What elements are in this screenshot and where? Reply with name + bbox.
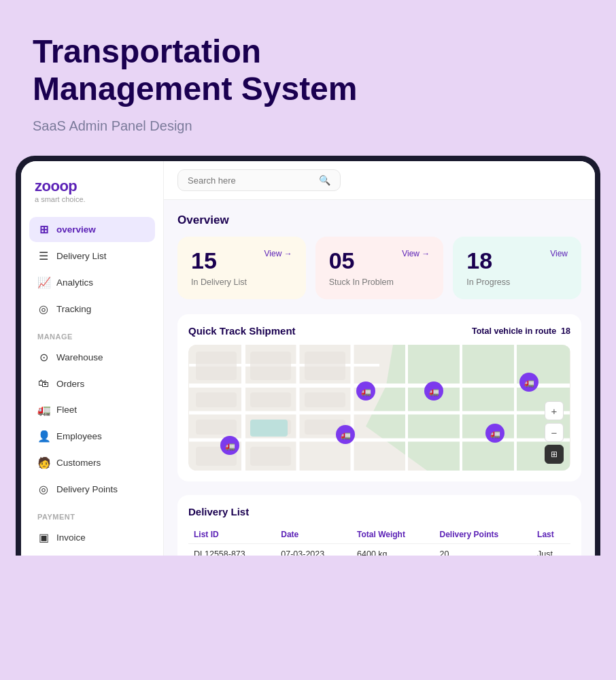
delivery-table: List ID Date Total Weight Delivery Point…: [188, 526, 570, 556]
nav-item-employees-label: Employees: [56, 431, 102, 441]
table-row: DL12558-873 07-03-2023 6400 kg 20 Just: [188, 544, 570, 556]
stat-progress-view-link[interactable]: View: [550, 249, 568, 258]
nav-item-invoice[interactable]: ▣ Invoice: [29, 525, 155, 550]
nav-item-overview-label: overview: [56, 224, 96, 235]
map-vehicle-count-number: 18: [561, 326, 570, 336]
nav-item-delivery-points[interactable]: ◎ Delivery Points: [29, 477, 155, 502]
warehouse-icon: ⊙: [37, 351, 50, 364]
map-vehicle-count: Total vehicle in route 18: [472, 326, 570, 336]
employees-icon: 👤: [37, 430, 50, 443]
nav-item-delivery-list[interactable]: ☰ Delivery List: [29, 243, 155, 269]
col-delivery-points: Delivery Points: [434, 526, 532, 544]
delivery-section: Delivery List List ID Date Total Weight …: [177, 495, 581, 556]
hero-section: TransportationManagement System SaaS Adm…: [0, 0, 616, 134]
tracking-icon: ◎: [37, 303, 50, 316]
hero-subtitle: SaaS Admin Panel Design: [33, 118, 583, 134]
nav-item-fleet-label: Fleet: [56, 405, 77, 415]
cell-last: Just: [532, 544, 570, 556]
payment-section-label: Payment: [29, 503, 155, 525]
nav-item-tracking-label: Tracking: [56, 304, 91, 314]
map-zoom-controls: + − ⊞: [545, 401, 564, 464]
customers-icon: 🧑: [37, 456, 50, 469]
nav-item-analytics-label: Analytics: [56, 277, 93, 288]
svg-text:🚛: 🚛: [361, 386, 371, 396]
zoom-in-button[interactable]: +: [545, 401, 564, 420]
delivery-points-icon: ◎: [37, 483, 50, 496]
stat-cards: 15 View → In Delivery List 05 View → Stu…: [177, 237, 581, 299]
svg-rect-11: [196, 352, 237, 380]
svg-text:🚛: 🚛: [225, 441, 235, 451]
stat-progress-number: 18: [466, 249, 492, 272]
delivery-list-title: Delivery List: [188, 506, 570, 517]
stat-stuck-label: Stuck In Problem: [329, 277, 430, 287]
page-body: Overview 15 View → In Delivery List: [164, 200, 595, 556]
nav-item-customers-label: Customers: [56, 458, 101, 468]
nav-item-fleet[interactable]: 🚛 Fleet: [29, 397, 155, 422]
device-inner: zooop a smart choice. ⊞ overview ☰ Deliv…: [21, 161, 595, 556]
app-shell: zooop a smart choice. ⊞ overview ☰ Deliv…: [21, 161, 595, 556]
search-icon: 🔍: [319, 175, 330, 186]
svg-text:🚛: 🚛: [429, 386, 439, 396]
svg-text:🚛: 🚛: [524, 377, 534, 388]
manage-section-label: Manage: [29, 323, 155, 345]
nav-item-customers[interactable]: 🧑 Customers: [29, 450, 155, 475]
cell-points: 20: [434, 544, 532, 556]
svg-text:🚛: 🚛: [490, 428, 500, 439]
topbar: 🔍: [164, 161, 595, 200]
stat-card-progress: 18 View In Progress: [453, 237, 581, 299]
orders-icon: 🛍: [37, 377, 50, 390]
svg-rect-13: [305, 352, 345, 380]
map-container: 🚛 🚛 🚛 🚛: [188, 345, 570, 471]
stat-progress-label: In Progress: [466, 277, 568, 287]
cell-date: 07-03-2023: [275, 544, 352, 556]
main-content: 🔍 Overview 15 View → In D: [164, 161, 595, 556]
search-box[interactable]: 🔍: [177, 169, 341, 191]
nav-item-analytics[interactable]: 📈 Analytics: [29, 270, 155, 295]
cell-list-id: DL12558-873: [188, 544, 275, 556]
nav-item-employees[interactable]: 👤 Employees: [29, 424, 155, 449]
nav-item-warehouse[interactable]: ⊙ Warehouse: [29, 345, 155, 370]
svg-rect-16: [305, 392, 345, 407]
nav-item-orders-label: Orders: [56, 379, 84, 389]
map-section-title: Quick Track Shipment: [188, 325, 296, 337]
stat-delivery-number: 15: [191, 249, 217, 272]
cell-weight: 6400 kg: [352, 544, 434, 556]
nav-item-warehouse-label: Warehouse: [56, 352, 103, 362]
svg-rect-17: [196, 420, 237, 435]
stat-delivery-view-link[interactable]: View →: [264, 249, 292, 258]
map-svg: 🚛 🚛 🚛 🚛: [188, 345, 570, 471]
stat-card-progress-header: 18 View: [466, 249, 568, 272]
zoom-out-button[interactable]: −: [545, 423, 564, 442]
search-input[interactable]: [188, 175, 313, 186]
hero-title: TransportationManagement System: [33, 33, 583, 107]
nav-item-overview[interactable]: ⊞ overview: [29, 217, 155, 242]
device-frame: zooop a smart choice. ⊞ overview ☰ Deliv…: [16, 156, 600, 556]
nav-item-invoice-label: Invoice: [56, 532, 86, 543]
map-vehicle-count-label: Total vehicle in route: [472, 326, 556, 336]
nav-item-orders[interactable]: 🛍 Orders: [29, 371, 155, 396]
svg-rect-21: [250, 447, 291, 466]
map-section-header: Quick Track Shipment Total vehicle in ro…: [188, 325, 570, 337]
fleet-icon: 🚛: [37, 403, 50, 416]
col-total-weight: Total Weight: [352, 526, 434, 544]
invoice-icon: ▣: [37, 531, 50, 544]
svg-rect-15: [250, 392, 291, 407]
stat-stuck-view-link[interactable]: View →: [402, 249, 430, 258]
table-header-row: List ID Date Total Weight Delivery Point…: [188, 526, 570, 544]
nav-item-delivery-points-label: Delivery Points: [56, 484, 118, 494]
stat-card-stuck: 05 View → Stuck In Problem: [315, 237, 444, 299]
logo-tagline: a smart choice.: [35, 195, 150, 203]
sidebar: zooop a smart choice. ⊞ overview ☰ Deliv…: [21, 161, 164, 556]
map-layers-button[interactable]: ⊞: [545, 445, 564, 464]
stat-stuck-number: 05: [329, 249, 355, 272]
svg-rect-22: [250, 420, 288, 437]
map-section: Quick Track Shipment Total vehicle in ro…: [177, 314, 581, 481]
overview-icon: ⊞: [37, 223, 50, 236]
svg-rect-12: [250, 352, 291, 380]
logo-area: zooop a smart choice.: [29, 175, 155, 217]
nav-item-tracking[interactable]: ◎ Tracking: [29, 296, 155, 322]
col-last: Last: [532, 526, 570, 544]
nav-item-delivery-list-label: Delivery List: [56, 251, 107, 261]
svg-rect-14: [196, 392, 237, 407]
stat-card-stuck-header: 05 View →: [329, 249, 430, 272]
